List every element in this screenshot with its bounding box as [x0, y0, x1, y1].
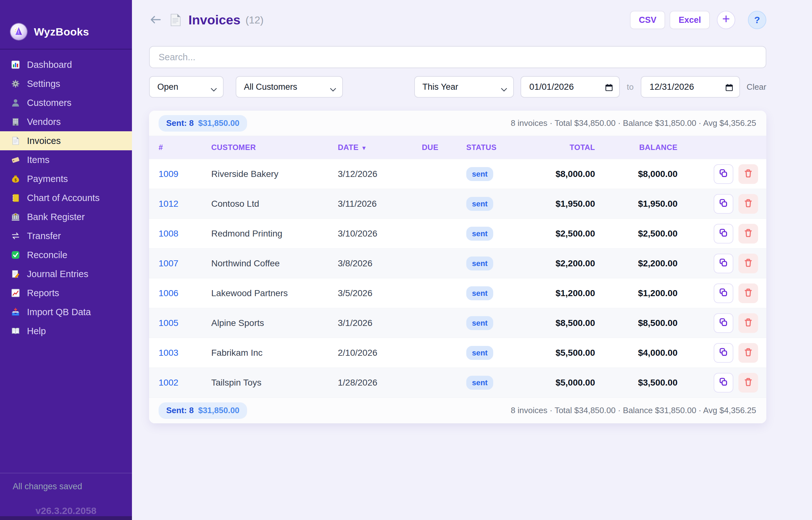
invoice-number-link[interactable]: 1012 [159, 199, 178, 209]
invoice-number-link[interactable]: 1009 [159, 169, 178, 179]
sidebar-item-label: Import QB Data [27, 307, 91, 317]
column-label: CUSTOMER [211, 143, 256, 152]
sidebar-item-settings[interactable]: Settings [0, 74, 132, 93]
delete-invoice-button[interactable] [738, 194, 758, 214]
duplicate-invoice-button[interactable] [714, 373, 733, 393]
delete-invoice-button[interactable] [738, 224, 758, 243]
sidebar-item-chart-of-accounts[interactable]: Chart of Accounts [0, 188, 132, 207]
sidebar-item-customers[interactable]: Customers [0, 93, 132, 112]
invoice-date: 3/8/2026 [338, 258, 372, 268]
sidebar-item-invoices[interactable]: Invoices [0, 131, 132, 150]
duplicate-invoice-button[interactable] [714, 224, 733, 243]
calendar-icon[interactable] [725, 83, 734, 94]
column-header-#[interactable]: # [149, 143, 211, 152]
sent-count-label: Sent: 8 [166, 406, 194, 415]
status-badge: sent [466, 286, 493, 300]
calendar-icon[interactable] [605, 83, 613, 94]
sent-summary-chip: Sent: 8 $31,850.00 [159, 402, 247, 419]
invoice-number-link[interactable]: 1006 [159, 288, 178, 298]
duplicate-invoice-button[interactable] [714, 313, 733, 333]
sidebar-item-payments[interactable]: $Payments [0, 169, 132, 188]
invoice-balance: $2,200.00 [638, 258, 678, 268]
app-logo: WyzBooks [0, 0, 132, 40]
date-range-to-label: to [620, 82, 641, 92]
sidebar-item-import-qb-data[interactable]: Import QB Data [0, 303, 132, 321]
back-arrow-icon [149, 14, 161, 26]
copy-icon [718, 377, 729, 388]
status-filter-value: Open [157, 82, 178, 92]
sidebar-item-label: Settings [27, 79, 60, 89]
column-header-balance[interactable]: BALANCE [600, 143, 682, 152]
customer-name: Riverside Bakery [211, 169, 278, 179]
invoice-total: $5,000.00 [555, 378, 595, 387]
column-header-due[interactable]: DUE [422, 143, 466, 152]
sidebar-item-bank-register[interactable]: $Bank Register [0, 207, 132, 226]
sidebar-item-label: Items [27, 155, 49, 165]
trash-icon [743, 228, 753, 239]
sidebar-item-dashboard[interactable]: Dashboard [0, 55, 132, 74]
date-from-input[interactable]: 01/01/2026 [521, 76, 620, 98]
invoice-number-link[interactable]: 1005 [159, 318, 178, 328]
clear-filters-button[interactable]: Clear [747, 82, 766, 92]
tag-icon [10, 155, 21, 165]
delete-invoice-button[interactable] [738, 164, 758, 184]
status-badge: sent [466, 197, 493, 211]
sidebar-nav: DashboardSettingsCustomersVendorsInvoice… [0, 49, 132, 341]
back-button[interactable] [149, 14, 162, 26]
invoice-balance: $3,500.00 [638, 378, 678, 387]
column-header-customer[interactable]: CUSTOMER [211, 143, 338, 152]
csv-export-button[interactable]: CSV [630, 11, 665, 29]
status-filter-select[interactable]: Open [149, 76, 224, 98]
delete-invoice-button[interactable] [738, 254, 758, 273]
delete-invoice-button[interactable] [738, 283, 758, 303]
duplicate-invoice-button[interactable] [714, 194, 733, 214]
sidebar-item-help[interactable]: Help [0, 321, 132, 341]
sidebar-item-transfer[interactable]: Transfer [0, 226, 132, 245]
column-header-status[interactable]: STATUS [466, 143, 520, 152]
customer-filter-select[interactable]: All Customers [236, 76, 343, 98]
invoice-number-link[interactable]: 1002 [159, 378, 178, 387]
duplicate-invoice-button[interactable] [714, 254, 733, 273]
sidebar-item-reports[interactable]: Reports [0, 283, 132, 303]
duplicate-invoice-button[interactable] [714, 343, 733, 363]
help-button[interactable]: ? [748, 11, 766, 29]
sidebar-item-label: Invoices [27, 136, 60, 146]
invoice-total: $8,500.00 [555, 318, 595, 328]
trash-icon [743, 198, 753, 209]
customer-filter-value: All Customers [244, 82, 297, 92]
search-input[interactable] [149, 46, 766, 68]
sidebar-bottom-strip [0, 516, 132, 520]
sidebar-item-vendors[interactable]: Vendors [0, 112, 132, 131]
invoice-total: $5,500.00 [555, 348, 595, 358]
invoice-total: $1,950.00 [555, 199, 595, 209]
sidebar-item-reconcile[interactable]: Reconcile [0, 245, 132, 264]
sent-amount-label: $31,850.00 [198, 118, 239, 128]
totals-summary-text: 8 invoices · Total $34,850.00 · Balance … [511, 406, 756, 415]
add-invoice-button[interactable]: + [717, 11, 735, 29]
column-label: DATE [338, 143, 359, 152]
check-icon [10, 250, 21, 260]
invoice-balance: $4,000.00 [638, 348, 678, 358]
delete-invoice-button[interactable] [738, 313, 758, 333]
copy-icon [718, 198, 729, 209]
column-header-total[interactable]: TOTAL [520, 143, 600, 152]
period-filter-select[interactable]: This Year [414, 76, 514, 98]
customer-name: Tailspin Toys [211, 378, 261, 387]
column-header-date[interactable]: DATE▼ [338, 143, 422, 152]
excel-export-button[interactable]: Excel [669, 11, 710, 29]
sidebar-item-items[interactable]: Items [0, 150, 132, 169]
delete-invoice-button[interactable] [738, 343, 758, 363]
svg-text:$: $ [15, 178, 17, 182]
customer-name: Contoso Ltd [211, 199, 259, 209]
delete-invoice-button[interactable] [738, 373, 758, 393]
sidebar-item-label: Reconcile [27, 250, 67, 260]
duplicate-invoice-button[interactable] [714, 164, 733, 184]
sidebar-footer: All changes saved v26.3.20.2058 [0, 473, 132, 516]
invoice-number-link[interactable]: 1003 [159, 348, 178, 358]
invoice-number-link[interactable]: 1008 [159, 229, 178, 238]
duplicate-invoice-button[interactable] [714, 283, 733, 303]
status-badge: sent [466, 257, 493, 270]
invoice-number-link[interactable]: 1007 [159, 258, 178, 268]
sidebar-item-journal-entries[interactable]: Journal Entries [0, 264, 132, 283]
date-to-input[interactable]: 12/31/2026 [641, 76, 740, 98]
